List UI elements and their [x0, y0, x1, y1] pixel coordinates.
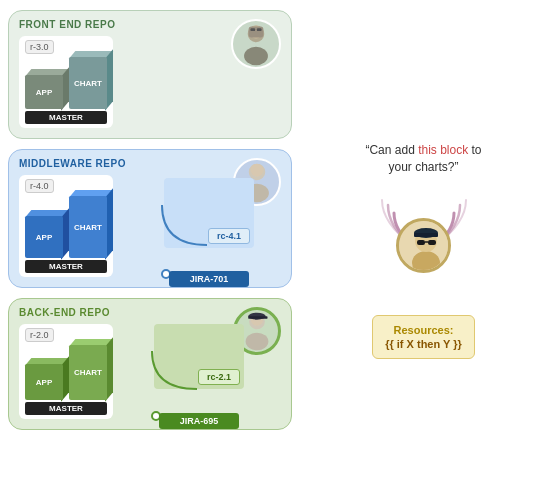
frontend-master-label: MASTER [25, 111, 107, 124]
svg-rect-4 [250, 28, 255, 31]
middleware-jira-box: JIRA-701 [169, 271, 249, 287]
backend-branch-extension: rc-2.1 [154, 324, 244, 389]
frontend-master-branch: r-3.0 APP [19, 36, 113, 128]
speech-text-1: “Can add [365, 143, 418, 157]
middleware-version: r-4.0 [25, 179, 54, 193]
middleware-app-box: APP [25, 216, 63, 258]
speech-text-3: your charts?” [388, 160, 458, 174]
left-panel: FRONT END REPO r-3.0 [0, 0, 300, 501]
frontend-app-box-front: APP [25, 75, 63, 109]
middleware-app-box-front: APP [25, 216, 63, 258]
middleware-chart-box: CHART [69, 196, 107, 258]
svg-rect-18 [414, 233, 438, 237]
backend-rc-label: rc-2.1 [198, 369, 240, 385]
backend-jira-area: JIRA-695 [159, 413, 239, 429]
middleware-branch-extension: rc-4.1 [164, 178, 254, 248]
frontend-app-label: APP [36, 88, 52, 97]
frontend-chart-box: CHART [69, 57, 107, 109]
backend-chart-box-front: CHART [69, 345, 107, 400]
backend-chart-label: CHART [74, 368, 102, 377]
frontend-branch-content: r-3.0 APP [19, 36, 281, 128]
resources-box: Resources: {{ if X then Y }} [372, 315, 475, 359]
backend-app-box-front: APP [25, 364, 63, 400]
backend-chart-box: CHART [69, 345, 107, 400]
backend-master-label: MASTER [25, 402, 107, 415]
middleware-jira-area: JIRA-701 [169, 271, 249, 287]
middleware-chart-box-front: CHART [69, 196, 107, 258]
backend-repo: BACK-END REPO r-2.0 [8, 298, 292, 430]
speech-bubble: “Can add this block to your charts?” [355, 142, 491, 176]
frontend-version: r-3.0 [25, 40, 54, 54]
resources-title: Resources: [385, 324, 462, 336]
main-container: FRONT END REPO r-3.0 [0, 0, 547, 501]
backend-master-branch: r-2.0 APP [19, 324, 113, 419]
speech-highlight: this block [418, 143, 468, 157]
backend-jira-box: JIRA-695 [159, 413, 239, 429]
resources-code: {{ if X then Y }} [385, 338, 462, 350]
speech-text-2: to [468, 143, 481, 157]
frontend-chart-box-front: CHART [69, 57, 107, 109]
svg-rect-20 [428, 240, 436, 245]
backend-version: r-2.0 [25, 328, 54, 342]
backend-app-label: APP [36, 378, 52, 387]
right-avatar-circle [396, 218, 451, 273]
middleware-repo: MIDDLEWARE REPO r-4.0 [8, 149, 292, 288]
frontend-app-chart-row: APP CHART [25, 57, 107, 109]
svg-rect-13 [248, 316, 267, 319]
middleware-app-chart-row: APP CHART [25, 196, 107, 258]
svg-rect-19 [417, 240, 425, 245]
backend-app-box: APP [25, 364, 63, 400]
svg-rect-5 [257, 28, 262, 31]
frontend-chart-label: CHART [74, 79, 102, 88]
frontend-app-box: APP [25, 75, 63, 109]
middleware-chart-label: CHART [74, 223, 102, 232]
wifi-avatar-container [374, 195, 474, 295]
middleware-master-branch: r-4.0 APP [19, 175, 113, 277]
backend-app-chart-row: APP CHART [25, 345, 107, 400]
middleware-app-label: APP [36, 233, 52, 242]
middleware-master-label: MASTER [25, 260, 107, 273]
frontend-repo: FRONT END REPO r-3.0 [8, 10, 292, 139]
right-panel: “Can add this block to your charts?” [300, 0, 547, 501]
middleware-rc-label: rc-4.1 [208, 228, 250, 244]
